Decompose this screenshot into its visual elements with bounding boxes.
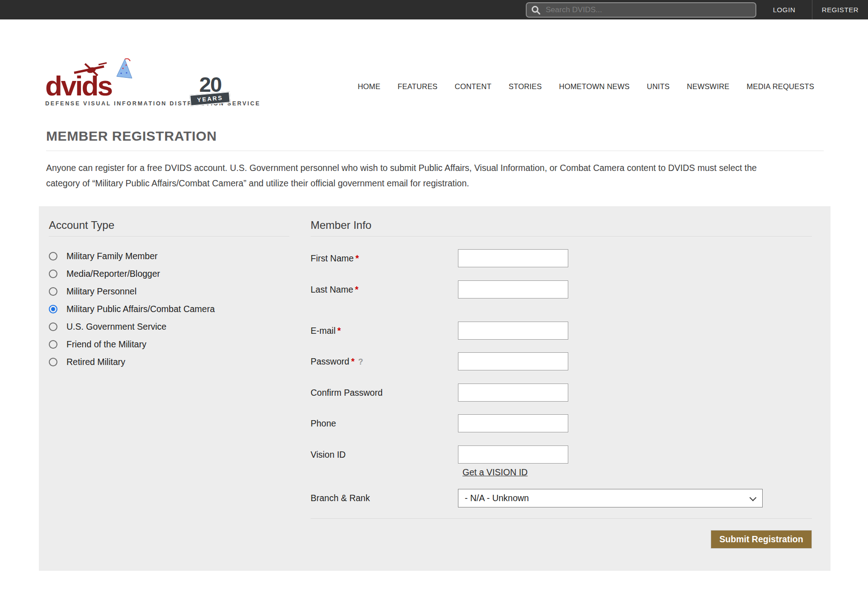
- account-type-options: Military Family Member Media/Reporter/Bl…: [49, 247, 289, 371]
- phone-row: Phone: [311, 414, 812, 432]
- option-military-personnel[interactable]: Military Personnel: [49, 283, 289, 300]
- email-row: E-mail*: [311, 322, 812, 340]
- radio-unselected-icon[interactable]: [49, 358, 57, 366]
- vision-id-field[interactable]: [458, 445, 568, 464]
- dvids-wordmark: dvids: [45, 73, 112, 99]
- nav-item-media-requests[interactable]: MEDIA REQUESTS: [747, 82, 815, 91]
- search-box[interactable]: [526, 2, 756, 18]
- nav-item-hometown-news[interactable]: HOMETOWN NEWS: [559, 82, 630, 91]
- option-retired-military[interactable]: Retired Military: [49, 353, 289, 371]
- label-text: Password: [311, 356, 349, 366]
- member-info-heading: Member Info: [311, 219, 812, 237]
- radio-unselected-icon[interactable]: [49, 270, 57, 278]
- vision-link-row: Get a VISION ID: [462, 467, 812, 478]
- submit-registration-button[interactable]: Submit Registration: [711, 530, 812, 549]
- party-hat-icon: [114, 58, 137, 79]
- confirm-password-row: Confirm Password: [311, 384, 812, 402]
- anniversary-badge: 20 YEARS: [188, 75, 233, 104]
- nav-item-content[interactable]: CONTENT: [455, 82, 491, 91]
- submit-row: Submit Registration: [311, 530, 812, 549]
- nav-item-home[interactable]: HOME: [358, 82, 380, 91]
- option-label: Military Family Member: [66, 251, 158, 261]
- label-text: Branch & Rank: [311, 493, 370, 503]
- label-text: Last Name: [311, 284, 353, 294]
- radio-unselected-icon[interactable]: [49, 340, 57, 349]
- radio-unselected-icon[interactable]: [49, 322, 57, 331]
- radio-selected-icon[interactable]: [49, 305, 57, 313]
- password-label: Password*?: [311, 356, 458, 367]
- account-type-section: Account Type Military Family Member Medi…: [49, 219, 289, 371]
- option-label: Military Personnel: [66, 286, 137, 297]
- password-field[interactable]: [458, 352, 568, 370]
- option-label: Retired Military: [66, 357, 125, 367]
- first-name-field[interactable]: [458, 249, 568, 267]
- option-military-public-affairs-combat-camera[interactable]: Military Public Affairs/Combat Camera: [49, 300, 289, 318]
- branch-rank-row: Branch & Rank - N/A - Unknown: [311, 489, 812, 507]
- search-input[interactable]: [526, 2, 756, 18]
- radio-unselected-icon[interactable]: [49, 287, 57, 296]
- nav-item-features[interactable]: FEATURES: [397, 82, 437, 91]
- first-name-row: First Name*: [311, 249, 812, 267]
- title-divider: [46, 151, 824, 151]
- option-military-family-member[interactable]: Military Family Member: [49, 247, 289, 265]
- radio-unselected-icon[interactable]: [49, 252, 57, 261]
- vision-id-row: Vision ID: [311, 445, 812, 464]
- branch-rank-label: Branch & Rank: [311, 493, 458, 503]
- option-label: Military Public Affairs/Combat Camera: [66, 304, 215, 314]
- required-marker: *: [337, 326, 341, 336]
- option-us-government-service[interactable]: U.S. Government Service: [49, 318, 289, 336]
- site-header: dvids DEFENSE VISUAL INFORMATION DISTRIB…: [0, 19, 868, 117]
- label-text: First Name: [311, 253, 354, 263]
- phone-label: Phone: [311, 418, 458, 429]
- nav-item-newswire[interactable]: NEWSWIRE: [687, 82, 729, 91]
- option-label: Media/Reporter/Blogger: [66, 269, 160, 279]
- required-marker: *: [355, 253, 359, 263]
- login-link[interactable]: LOGIN: [756, 0, 812, 19]
- last-name-field[interactable]: [458, 280, 568, 298]
- email-label: E-mail*: [311, 326, 458, 336]
- member-info-section: Member Info First Name* Last Name* E-mai…: [311, 219, 812, 549]
- account-type-heading: Account Type: [49, 219, 289, 237]
- registration-panel: Account Type Military Family Member Medi…: [39, 206, 830, 571]
- register-link[interactable]: REGISTER: [812, 0, 868, 19]
- label-text: E-mail: [311, 326, 335, 336]
- password-row: Password*?: [311, 352, 812, 370]
- search-icon: [531, 5, 540, 14]
- phone-field[interactable]: [458, 414, 568, 432]
- label-text: Phone: [311, 418, 336, 428]
- branch-rank-select-wrap: - N/A - Unknown: [458, 489, 763, 507]
- email-field[interactable]: [458, 322, 568, 340]
- intro-paragraph: Anyone can register for a free DVIDS acc…: [46, 160, 823, 191]
- topbar-links: LOGIN REGISTER: [756, 0, 868, 19]
- label-text: Vision ID: [311, 450, 346, 460]
- nav-item-stories[interactable]: STORIES: [509, 82, 542, 91]
- page-title: MEMBER REGISTRATION: [46, 129, 868, 143]
- main-nav: HOME FEATURES CONTENT STORIES HOMETOWN N…: [358, 82, 814, 91]
- vision-id-label: Vision ID: [311, 450, 458, 460]
- confirm-password-field[interactable]: [458, 384, 568, 402]
- topbar: LOGIN REGISTER: [0, 0, 868, 19]
- confirm-password-label: Confirm Password: [311, 388, 458, 398]
- get-vision-id-link[interactable]: Get a VISION ID: [462, 467, 528, 477]
- form-divider: [311, 518, 812, 519]
- option-label: Friend of the Military: [66, 339, 146, 350]
- option-label: U.S. Government Service: [66, 322, 166, 332]
- password-help-icon[interactable]: ?: [358, 357, 363, 366]
- last-name-label: Last Name*: [311, 284, 458, 295]
- first-name-label: First Name*: [311, 253, 458, 264]
- branch-rank-select[interactable]: - N/A - Unknown: [458, 489, 763, 507]
- option-media-reporter-blogger[interactable]: Media/Reporter/Blogger: [49, 265, 289, 283]
- required-marker: *: [351, 356, 355, 366]
- nav-item-units[interactable]: UNITS: [647, 82, 670, 91]
- last-name-row: Last Name*: [311, 280, 812, 298]
- option-friend-of-the-military[interactable]: Friend of the Military: [49, 336, 289, 353]
- required-marker: *: [355, 284, 359, 294]
- label-text: Confirm Password: [311, 388, 382, 398]
